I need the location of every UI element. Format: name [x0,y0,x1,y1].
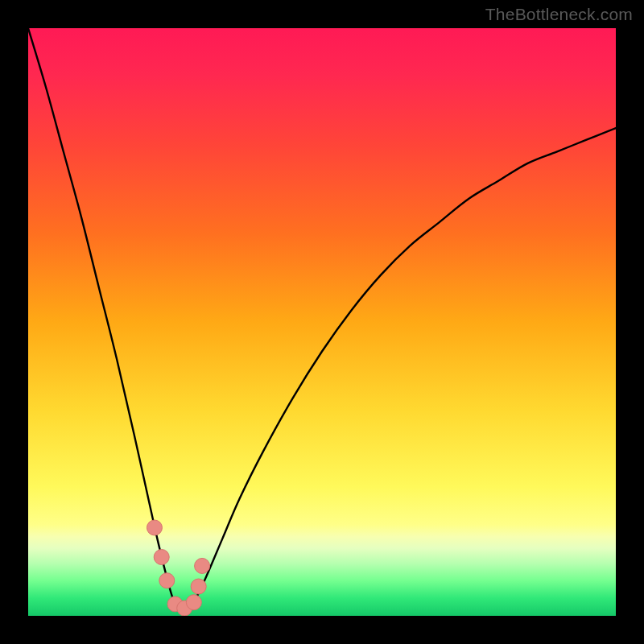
marker-point [195,558,210,573]
marker-point [154,550,169,565]
marker-point [159,573,175,588]
highlighted-points [147,520,209,616]
watermark-text: TheBottleneck.com [485,5,633,24]
bottleneck-curve [28,28,616,611]
marker-point [147,520,162,535]
marker-point [186,595,201,610]
curve-layer [28,28,616,616]
marker-point [191,579,206,594]
plot-area [28,28,616,616]
chart-frame: TheBottleneck.com [0,0,644,644]
